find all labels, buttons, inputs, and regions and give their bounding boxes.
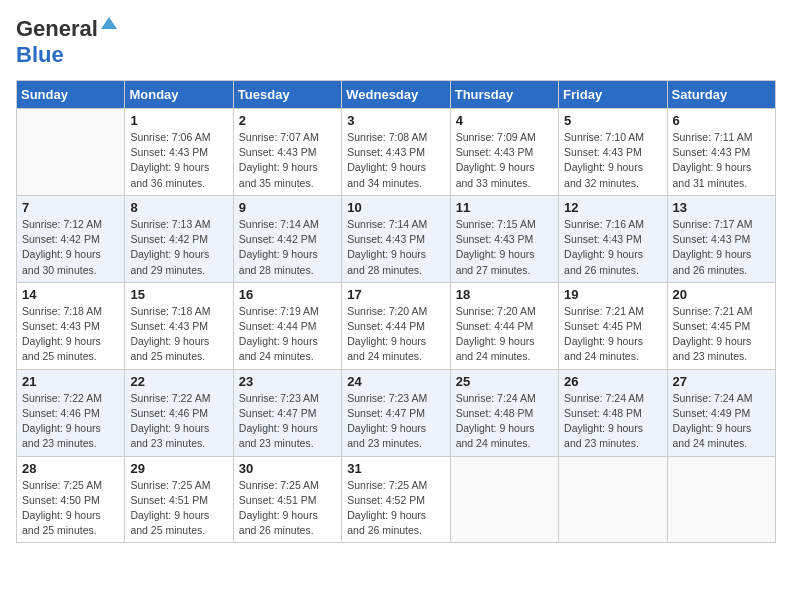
calendar-cell: 20Sunrise: 7:21 AMSunset: 4:45 PMDayligh… <box>667 282 775 369</box>
calendar-cell: 8Sunrise: 7:13 AMSunset: 4:42 PMDaylight… <box>125 195 233 282</box>
day-number: 28 <box>22 461 119 476</box>
weekday-header-friday: Friday <box>559 81 667 109</box>
day-info: Sunrise: 7:13 AMSunset: 4:42 PMDaylight:… <box>130 218 210 276</box>
calendar-cell: 14Sunrise: 7:18 AMSunset: 4:43 PMDayligh… <box>17 282 125 369</box>
logo-triangle-icon <box>101 15 117 35</box>
calendar-cell: 15Sunrise: 7:18 AMSunset: 4:43 PMDayligh… <box>125 282 233 369</box>
weekday-header-wednesday: Wednesday <box>342 81 450 109</box>
day-number: 22 <box>130 374 227 389</box>
calendar-cell: 2Sunrise: 7:07 AMSunset: 4:43 PMDaylight… <box>233 109 341 196</box>
calendar-cell: 13Sunrise: 7:17 AMSunset: 4:43 PMDayligh… <box>667 195 775 282</box>
calendar-cell: 19Sunrise: 7:21 AMSunset: 4:45 PMDayligh… <box>559 282 667 369</box>
day-info: Sunrise: 7:16 AMSunset: 4:43 PMDaylight:… <box>564 218 644 276</box>
calendar-cell: 11Sunrise: 7:15 AMSunset: 4:43 PMDayligh… <box>450 195 558 282</box>
day-number: 1 <box>130 113 227 128</box>
day-info: Sunrise: 7:24 AMSunset: 4:48 PMDaylight:… <box>456 392 536 450</box>
day-info: Sunrise: 7:08 AMSunset: 4:43 PMDaylight:… <box>347 131 427 189</box>
day-info: Sunrise: 7:24 AMSunset: 4:49 PMDaylight:… <box>673 392 753 450</box>
day-number: 8 <box>130 200 227 215</box>
day-number: 16 <box>239 287 336 302</box>
calendar-cell: 16Sunrise: 7:19 AMSunset: 4:44 PMDayligh… <box>233 282 341 369</box>
day-number: 26 <box>564 374 661 389</box>
day-info: Sunrise: 7:12 AMSunset: 4:42 PMDaylight:… <box>22 218 102 276</box>
day-info: Sunrise: 7:15 AMSunset: 4:43 PMDaylight:… <box>456 218 536 276</box>
logo-blue-text: Blue <box>16 42 64 68</box>
calendar-cell: 1Sunrise: 7:06 AMSunset: 4:43 PMDaylight… <box>125 109 233 196</box>
calendar-cell: 27Sunrise: 7:24 AMSunset: 4:49 PMDayligh… <box>667 369 775 456</box>
day-info: Sunrise: 7:07 AMSunset: 4:43 PMDaylight:… <box>239 131 319 189</box>
day-number: 4 <box>456 113 553 128</box>
weekday-header-monday: Monday <box>125 81 233 109</box>
calendar-cell: 23Sunrise: 7:23 AMSunset: 4:47 PMDayligh… <box>233 369 341 456</box>
weekday-header-thursday: Thursday <box>450 81 558 109</box>
day-info: Sunrise: 7:18 AMSunset: 4:43 PMDaylight:… <box>130 305 210 363</box>
day-number: 5 <box>564 113 661 128</box>
day-info: Sunrise: 7:23 AMSunset: 4:47 PMDaylight:… <box>347 392 427 450</box>
day-number: 13 <box>673 200 770 215</box>
day-number: 3 <box>347 113 444 128</box>
page-header: General Blue <box>16 16 776 68</box>
day-number: 17 <box>347 287 444 302</box>
calendar-cell: 26Sunrise: 7:24 AMSunset: 4:48 PMDayligh… <box>559 369 667 456</box>
day-number: 15 <box>130 287 227 302</box>
calendar-cell: 18Sunrise: 7:20 AMSunset: 4:44 PMDayligh… <box>450 282 558 369</box>
calendar-cell: 7Sunrise: 7:12 AMSunset: 4:42 PMDaylight… <box>17 195 125 282</box>
day-info: Sunrise: 7:21 AMSunset: 4:45 PMDaylight:… <box>564 305 644 363</box>
day-info: Sunrise: 7:14 AMSunset: 4:43 PMDaylight:… <box>347 218 427 276</box>
calendar-cell <box>450 456 558 543</box>
day-info: Sunrise: 7:24 AMSunset: 4:48 PMDaylight:… <box>564 392 644 450</box>
day-number: 25 <box>456 374 553 389</box>
day-number: 6 <box>673 113 770 128</box>
logo: General Blue <box>16 16 117 68</box>
calendar-week-row: 1Sunrise: 7:06 AMSunset: 4:43 PMDaylight… <box>17 109 776 196</box>
calendar-cell: 25Sunrise: 7:24 AMSunset: 4:48 PMDayligh… <box>450 369 558 456</box>
svg-marker-0 <box>101 17 117 29</box>
day-info: Sunrise: 7:21 AMSunset: 4:45 PMDaylight:… <box>673 305 753 363</box>
day-number: 24 <box>347 374 444 389</box>
calendar-cell: 4Sunrise: 7:09 AMSunset: 4:43 PMDaylight… <box>450 109 558 196</box>
calendar-cell: 30Sunrise: 7:25 AMSunset: 4:51 PMDayligh… <box>233 456 341 543</box>
weekday-header-saturday: Saturday <box>667 81 775 109</box>
calendar-week-row: 28Sunrise: 7:25 AMSunset: 4:50 PMDayligh… <box>17 456 776 543</box>
calendar-cell: 12Sunrise: 7:16 AMSunset: 4:43 PMDayligh… <box>559 195 667 282</box>
day-info: Sunrise: 7:10 AMSunset: 4:43 PMDaylight:… <box>564 131 644 189</box>
calendar-cell: 17Sunrise: 7:20 AMSunset: 4:44 PMDayligh… <box>342 282 450 369</box>
day-number: 7 <box>22 200 119 215</box>
weekday-header-tuesday: Tuesday <box>233 81 341 109</box>
calendar-week-row: 14Sunrise: 7:18 AMSunset: 4:43 PMDayligh… <box>17 282 776 369</box>
calendar-cell: 28Sunrise: 7:25 AMSunset: 4:50 PMDayligh… <box>17 456 125 543</box>
weekday-header-sunday: Sunday <box>17 81 125 109</box>
day-info: Sunrise: 7:09 AMSunset: 4:43 PMDaylight:… <box>456 131 536 189</box>
day-number: 2 <box>239 113 336 128</box>
day-info: Sunrise: 7:11 AMSunset: 4:43 PMDaylight:… <box>673 131 753 189</box>
day-number: 27 <box>673 374 770 389</box>
day-info: Sunrise: 7:25 AMSunset: 4:50 PMDaylight:… <box>22 479 102 537</box>
day-number: 21 <box>22 374 119 389</box>
calendar-cell <box>667 456 775 543</box>
calendar-table: SundayMondayTuesdayWednesdayThursdayFrid… <box>16 80 776 543</box>
day-number: 30 <box>239 461 336 476</box>
calendar-cell: 9Sunrise: 7:14 AMSunset: 4:42 PMDaylight… <box>233 195 341 282</box>
calendar-cell: 10Sunrise: 7:14 AMSunset: 4:43 PMDayligh… <box>342 195 450 282</box>
day-number: 18 <box>456 287 553 302</box>
day-info: Sunrise: 7:06 AMSunset: 4:43 PMDaylight:… <box>130 131 210 189</box>
day-info: Sunrise: 7:18 AMSunset: 4:43 PMDaylight:… <box>22 305 102 363</box>
day-number: 11 <box>456 200 553 215</box>
calendar-cell: 29Sunrise: 7:25 AMSunset: 4:51 PMDayligh… <box>125 456 233 543</box>
calendar-cell: 6Sunrise: 7:11 AMSunset: 4:43 PMDaylight… <box>667 109 775 196</box>
calendar-cell <box>17 109 125 196</box>
day-number: 19 <box>564 287 661 302</box>
day-info: Sunrise: 7:22 AMSunset: 4:46 PMDaylight:… <box>22 392 102 450</box>
calendar-cell: 5Sunrise: 7:10 AMSunset: 4:43 PMDaylight… <box>559 109 667 196</box>
day-info: Sunrise: 7:25 AMSunset: 4:52 PMDaylight:… <box>347 479 427 537</box>
day-number: 10 <box>347 200 444 215</box>
day-info: Sunrise: 7:20 AMSunset: 4:44 PMDaylight:… <box>456 305 536 363</box>
day-number: 31 <box>347 461 444 476</box>
logo-general-text: General <box>16 16 98 42</box>
calendar-cell <box>559 456 667 543</box>
day-info: Sunrise: 7:22 AMSunset: 4:46 PMDaylight:… <box>130 392 210 450</box>
day-number: 20 <box>673 287 770 302</box>
day-info: Sunrise: 7:23 AMSunset: 4:47 PMDaylight:… <box>239 392 319 450</box>
calendar-cell: 31Sunrise: 7:25 AMSunset: 4:52 PMDayligh… <box>342 456 450 543</box>
day-info: Sunrise: 7:19 AMSunset: 4:44 PMDaylight:… <box>239 305 319 363</box>
